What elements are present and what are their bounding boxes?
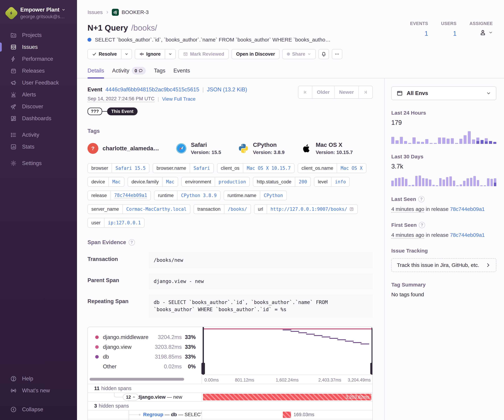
featured-tag-charlotte-alameda-[interactable]: ?charlotte_alameda… xyxy=(88,143,159,154)
sidebar-item-releases[interactable]: Releases xyxy=(0,65,77,77)
featured-tag-cpython[interactable]: CPythonVersion: 3.8.9 xyxy=(238,142,285,155)
sidebar-item-activity[interactable]: Activity xyxy=(0,129,77,141)
users-count[interactable]: 1 xyxy=(453,30,456,37)
older-event-button[interactable]: Older xyxy=(312,86,334,98)
tag-value-link[interactable]: ip:127.0.0.1 xyxy=(108,220,141,225)
tab-events[interactable]: Events xyxy=(174,67,190,78)
resolve-dropdown[interactable] xyxy=(121,49,132,59)
tag-value-link[interactable]: 78c744eb09a1 xyxy=(114,193,147,198)
tag-value-link[interactable]: http://127.0.0.1:9007/books/ xyxy=(270,206,347,212)
tag-value-link[interactable]: Mac xyxy=(166,179,174,185)
tag-pill-device.family[interactable]: device.familyMac xyxy=(128,177,178,187)
tag-value-link[interactable]: info xyxy=(335,179,346,185)
breadcrumb-issues-link[interactable]: Issues xyxy=(88,9,103,15)
tag-value-link[interactable]: Safari 15.5 xyxy=(115,166,146,171)
tag-pill-device[interactable]: deviceMac xyxy=(88,177,124,187)
external-link-icon[interactable] xyxy=(349,207,354,211)
tag-pill-environment[interactable]: environmentproduction xyxy=(181,177,250,187)
ignore-dropdown[interactable] xyxy=(165,49,175,59)
tag-value-link[interactable]: /books/ xyxy=(228,206,247,212)
waterfall-scrollbar[interactable] xyxy=(90,378,184,381)
tag-pill-client_os[interactable]: client_osMac OS X 10.15.7 xyxy=(217,163,294,173)
tag-pill-level[interactable]: levelinfo xyxy=(314,177,350,187)
span-row-db-query[interactable]: db — SELECT `books_author`167.06ms xyxy=(88,419,372,420)
parent-span-row[interactable]: 12 django.view — new 3,203.82ms xyxy=(88,393,372,401)
sidebar-item-settings[interactable]: Settings xyxy=(0,157,77,169)
event-json-link[interactable]: JSON (13.2 KiB) xyxy=(207,86,247,93)
sidebar-item-discover[interactable]: Discover xyxy=(0,101,77,113)
tag-value-link[interactable]: 200 xyxy=(299,179,307,185)
sidebar-item-dashboards[interactable]: Dashboards xyxy=(0,113,77,124)
last-seen-heading: Last Seen xyxy=(391,196,416,202)
minimap-right-handle[interactable] xyxy=(372,327,373,375)
view-full-trace-link[interactable]: View Full Trace xyxy=(162,96,195,102)
hidden-spans-row[interactable]: 11 hidden spans xyxy=(88,384,372,393)
first-seen-time[interactable]: 4 minutes ago xyxy=(391,232,424,239)
sidebar-item-issues[interactable]: Issues xyxy=(0,41,77,53)
featured-tag-safari[interactable]: SafariVersion: 15.5 xyxy=(176,142,221,155)
assignee-selector[interactable] xyxy=(479,29,493,36)
tab-details[interactable]: Details xyxy=(88,67,104,78)
org-switcher[interactable]: Empower Plant george.gritsouk@s… xyxy=(0,0,77,25)
tag-value-link[interactable]: production xyxy=(219,179,246,185)
sidebar-item-alerts[interactable]: Alerts xyxy=(0,89,77,101)
resolve-button[interactable]: Resolve xyxy=(88,49,132,59)
newer-event-button[interactable]: Newer xyxy=(334,86,358,98)
tag-pill-browser[interactable]: browserSafari 15.5 xyxy=(88,163,150,173)
legend-row-Other: Other0.02ms0% xyxy=(95,363,196,370)
track-issue-button[interactable]: Track this issue in Jira, GitHub, etc. xyxy=(391,258,496,272)
last-seen-release-link[interactable]: 78c744eb09a1 xyxy=(450,206,485,212)
trace-unknown-pill[interactable]: ??? xyxy=(88,108,102,115)
minimap-left-handle[interactable] xyxy=(203,327,204,375)
tag-pill-http.status_code[interactable]: http.status_code200 xyxy=(253,177,311,187)
tag-pill-client_os.name[interactable]: client_os.nameMac OS X xyxy=(298,163,366,173)
tag-pill-transaction[interactable]: transaction/books/ xyxy=(193,204,251,214)
tag-value-link[interactable]: Cormac-MacCarthy.local xyxy=(126,206,186,212)
tag-pill-user[interactable]: userip:127.0.0.1 xyxy=(88,218,144,228)
tag-value-link[interactable]: CPython xyxy=(264,193,283,198)
sidebar-item-stats[interactable]: Stats xyxy=(0,141,77,153)
sidebar-item-what-s-new[interactable]: What's new xyxy=(0,385,77,396)
subscribe-bell-button[interactable] xyxy=(318,49,329,59)
ignore-button[interactable]: Ignore xyxy=(135,49,176,59)
event-timestamp[interactable]: Sep 14, 2022 7:24:56 PM UTC xyxy=(88,96,155,102)
first-seen-release-link[interactable]: 78c744eb09a1 xyxy=(450,232,485,238)
tab-activity[interactable]: Activity0 xyxy=(112,67,146,78)
tag-value-link[interactable]: Mac OS X xyxy=(341,166,362,171)
last-seen-time[interactable]: 4 minutes ago xyxy=(391,206,424,213)
mark-reviewed-button[interactable]: Mark Reviewed xyxy=(179,49,229,59)
this-event-pill[interactable]: This Event xyxy=(107,108,138,115)
tag-pill-runtime.name[interactable]: runtime.nameCPython xyxy=(224,191,287,200)
event-label: Event xyxy=(88,86,102,93)
event-id-link[interactable]: 4446c9af6bb94815b2ac9bc4515c5615 xyxy=(105,86,199,93)
sidebar-item-collapse[interactable]: Collapse xyxy=(0,403,77,415)
tab-tags[interactable]: Tags xyxy=(154,67,165,78)
tag-pill-runtime[interactable]: runtimeCPython 3.8.9 xyxy=(154,191,221,200)
open-in-discover-button[interactable]: Open in Discover xyxy=(232,49,279,59)
share-button[interactable]: Share xyxy=(282,49,316,59)
tag-value-link[interactable]: Safari xyxy=(193,166,210,171)
tag-value-link[interactable]: Mac xyxy=(112,179,120,185)
environment-filter[interactable]: All Envs xyxy=(391,86,496,100)
sidebar-item-help[interactable]: Help xyxy=(0,373,77,385)
featured-tag-mac-os-x[interactable]: Mac OS XVersion: 10.15.7 xyxy=(301,142,353,155)
hidden-spans-row[interactable]: 3 hidden spans xyxy=(88,401,372,410)
tag-pill-server_name[interactable]: server_nameCormac-MacCarthy.local xyxy=(88,204,190,214)
events-count[interactable]: 1 xyxy=(425,30,428,37)
histogram-bar xyxy=(473,176,476,186)
regroup-link[interactable]: Regroup xyxy=(143,412,163,417)
sidebar-item-performance[interactable]: Performance xyxy=(0,53,77,65)
oldest-event-button[interactable] xyxy=(298,86,312,98)
span-row-db-query[interactable]: Regroup — db — SELECT `boo169.03ms xyxy=(88,410,372,419)
more-actions-button[interactable] xyxy=(332,49,342,59)
sidebar-item-projects[interactable]: Projects xyxy=(0,29,77,41)
tag-pill-url[interactable]: urlhttp://127.0.0.1:9007/books/ xyxy=(254,204,358,214)
skip-to-latest-button[interactable] xyxy=(358,86,372,98)
histogram-bar xyxy=(396,140,398,144)
sidebar-item-user-feedback[interactable]: User Feedback xyxy=(0,77,77,89)
collapse-children-pill[interactable]: 12 xyxy=(123,394,139,401)
tag-value-link[interactable]: CPython 3.8.9 xyxy=(181,193,217,198)
tag-pill-release[interactable]: release78c744eb09a1 xyxy=(88,191,151,200)
tag-pill-browser.name[interactable]: browser.nameSafari xyxy=(153,163,214,173)
tag-value-link[interactable]: Mac OS X 10.15.7 xyxy=(247,166,290,171)
